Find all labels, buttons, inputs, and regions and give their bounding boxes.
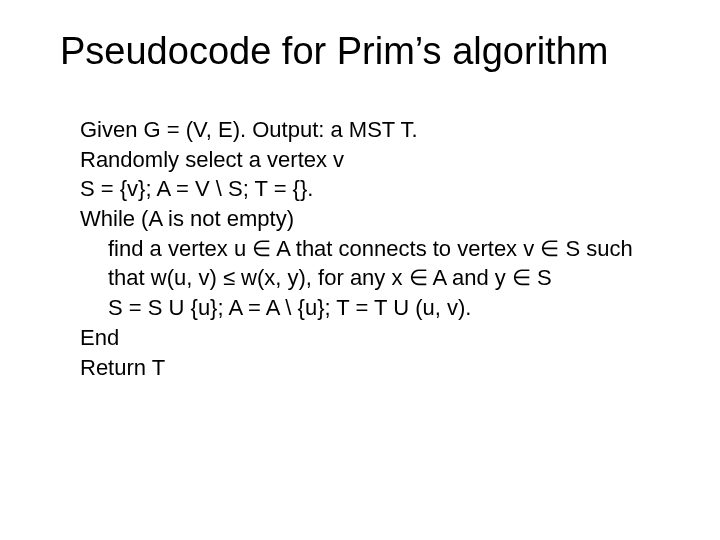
code-line: S = S U {u}; A = A \ {u}; T = T U (u, v)… bbox=[80, 293, 660, 323]
code-line: While (A is not empty) bbox=[80, 204, 660, 234]
code-line: Randomly select a vertex v bbox=[80, 145, 660, 175]
code-line: S = {v}; A = V \ S; T = {}. bbox=[80, 174, 660, 204]
code-line: find a vertex u ∈ A that connects to ver… bbox=[80, 234, 660, 264]
code-line: End bbox=[80, 323, 660, 353]
code-line: Given G = (V, E). Output: a MST T. bbox=[80, 115, 660, 145]
slide: Pseudocode for Prim’s algorithm Given G … bbox=[0, 0, 720, 540]
pseudocode-block: Given G = (V, E). Output: a MST T. Rando… bbox=[80, 115, 660, 382]
code-line: that w(u, v) ≤ w(x, y), for any x ∈ A an… bbox=[80, 263, 660, 293]
code-line: Return T bbox=[80, 353, 660, 383]
slide-title: Pseudocode for Prim’s algorithm bbox=[60, 30, 608, 73]
